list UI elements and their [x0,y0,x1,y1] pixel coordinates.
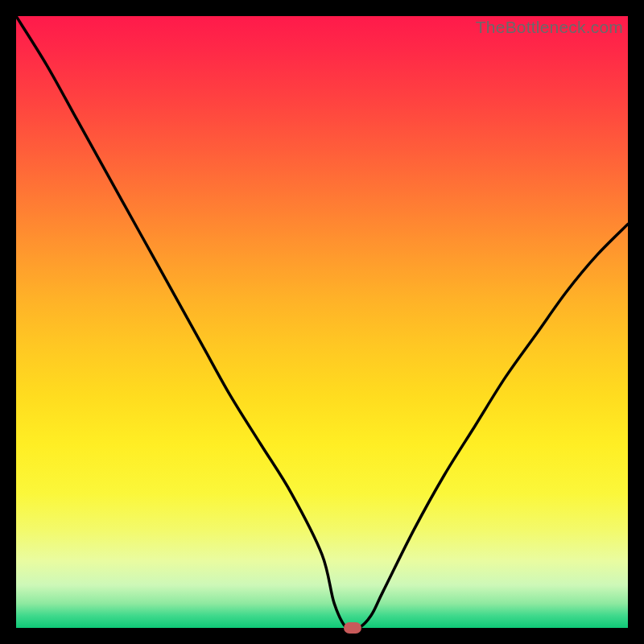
plot-area: TheBottleneck.com [16,16,628,628]
chart-frame: TheBottleneck.com [0,0,644,644]
optimal-point-marker [344,622,361,634]
bottleneck-curve [16,16,628,628]
